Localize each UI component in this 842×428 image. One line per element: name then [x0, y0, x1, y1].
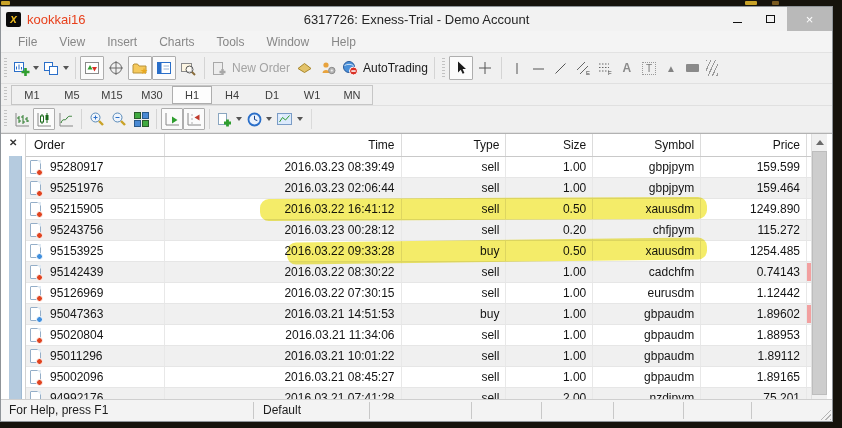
timeframe-mn[interactable]: MN: [332, 86, 372, 104]
timeframe-h4[interactable]: H4: [212, 86, 252, 104]
menu-insert[interactable]: Insert: [96, 35, 148, 49]
menu-tools[interactable]: Tools: [206, 35, 256, 49]
order-number: 95002096: [50, 367, 103, 387]
table-row[interactable]: 950112962016.03.21 10:01:22sell1.00gbpau…: [26, 346, 813, 367]
auto-scroll-button[interactable]: [161, 108, 183, 130]
zoom-out-button[interactable]: [108, 108, 130, 130]
table-row[interactable]: 952809172016.03.23 08:39:49sell1.00gbpjp…: [26, 157, 813, 178]
time-cell: 2016.03.23 00:28:12: [165, 220, 402, 240]
timeframe-m15[interactable]: M15: [92, 86, 132, 104]
order-cell: 95011296: [26, 346, 165, 366]
price-cell: 1.89165: [701, 367, 807, 387]
close-button[interactable]: ×: [787, 7, 832, 31]
autotrading-button[interactable]: AutoTrading: [340, 56, 430, 80]
toolbar-grip[interactable]: [442, 58, 445, 79]
arrows-tool-button[interactable]: ▲: [660, 57, 682, 79]
timeframe-m30[interactable]: M30: [132, 86, 172, 104]
status-profile[interactable]: Default: [263, 403, 301, 417]
resize-grip[interactable]: [818, 407, 831, 420]
table-row[interactable]: 951539252016.03.22 09:33:28buy0.50xauusd…: [26, 241, 813, 262]
status-divider: [613, 402, 614, 419]
crosshair-tool-button[interactable]: [473, 56, 497, 80]
column-header-size[interactable]: Size: [506, 134, 593, 156]
type-cell: sell: [402, 367, 507, 387]
bar-chart-button[interactable]: [11, 108, 33, 130]
price-cell: 1249.890: [701, 199, 807, 219]
market-watch-button[interactable]: [80, 56, 104, 80]
line-chart-button[interactable]: [55, 108, 77, 130]
new-chart-button[interactable]: [11, 56, 41, 80]
time-cell: 2016.03.21 07:41:28: [165, 388, 402, 399]
cursor-tool-button[interactable]: [449, 56, 473, 80]
table-row[interactable]: 950208042016.03.21 11:34:06sell1.00gbpau…: [26, 325, 813, 346]
toolbar-grip[interactable]: [4, 58, 7, 79]
column-header-time[interactable]: Time: [165, 134, 402, 156]
scrollbar-thumb[interactable]: [812, 151, 827, 395]
panel-close-icon[interactable]: ✕: [9, 138, 17, 148]
table-row[interactable]: 951269692016.03.22 07:30:15sell1.00eurus…: [26, 283, 813, 304]
toolbar-overflow-icon: [706, 60, 718, 76]
chevron-down-icon: [266, 117, 272, 121]
menu-help[interactable]: Help: [320, 35, 367, 49]
new-order-button[interactable]: New Order: [209, 56, 292, 80]
mt4-logo-icon: x: [6, 12, 21, 27]
chart-shift-button[interactable]: [183, 108, 205, 130]
periods-button[interactable]: [244, 107, 274, 131]
timeframe-m1[interactable]: M1: [12, 86, 52, 104]
vertical-scrollbar[interactable]: [811, 134, 827, 399]
horizontal-line-tool-button[interactable]: [528, 57, 550, 79]
order-cell: 95020804: [26, 325, 165, 345]
terminal-button[interactable]: [152, 56, 176, 80]
trendline-tool-button[interactable]: [550, 57, 572, 79]
column-header-type[interactable]: Type: [402, 134, 507, 156]
sell-order-icon: [30, 328, 41, 342]
table-row[interactable]: 949921762016.03.21 07:41:28sell2.00nzdjp…: [26, 388, 813, 399]
toolbar-grip[interactable]: [4, 87, 7, 102]
text-tool-button[interactable]: A: [616, 57, 638, 79]
type-cell: sell: [402, 388, 507, 399]
zoom-in-button[interactable]: [86, 108, 108, 130]
table-row[interactable]: 950473632016.03.21 14:51:53buy1.00gbpaud…: [26, 304, 813, 325]
toolbar-separator: [204, 57, 205, 80]
status-bar: For Help, press F1 Default: [1, 399, 832, 421]
column-header-order[interactable]: Order: [26, 134, 165, 156]
templates-button[interactable]: [274, 107, 305, 131]
metaeditor-button[interactable]: [292, 56, 316, 80]
indicators-button[interactable]: [214, 107, 244, 131]
toolbar-separator: [81, 109, 82, 129]
navigator-button[interactable]: ★: [128, 56, 152, 80]
vertical-line-tool-button[interactable]: [506, 57, 528, 79]
table-row[interactable]: 952159052016.03.22 16:41:12sell0.50xauus…: [26, 199, 813, 220]
table-row[interactable]: 950020962016.03.21 08:45:27sell1.00gbpau…: [26, 367, 813, 388]
menu-view[interactable]: View: [48, 35, 96, 49]
table-row[interactable]: 952519762016.03.23 02:06:44sell1.00gbpjp…: [26, 178, 813, 199]
strategy-tester-button[interactable]: [176, 56, 200, 80]
menu-charts[interactable]: Charts: [148, 35, 205, 49]
titlebar[interactable]: x kookkai16 6317726: Exness-Trial - Demo…: [1, 7, 832, 31]
expert-advisors-button[interactable]: [316, 56, 340, 80]
text-label-tool-button[interactable]: T: [638, 57, 660, 79]
minimize-button[interactable]: [721, 7, 754, 31]
toolbar-grip[interactable]: [4, 110, 7, 128]
panel-gutter[interactable]: [9, 156, 22, 399]
scroll-up-icon: [816, 140, 824, 145]
tile-windows-button[interactable]: [130, 108, 152, 130]
timeframe-h1[interactable]: H1: [172, 86, 212, 104]
scrollbar-up-button[interactable]: [812, 134, 827, 151]
equidistant-channel-tool-button[interactable]: E: [572, 57, 594, 79]
shapes-tool-button[interactable]: [682, 57, 704, 79]
timeframe-m5[interactable]: M5: [52, 86, 92, 104]
timeframe-w1[interactable]: W1: [292, 86, 332, 104]
fibonacci-tool-button[interactable]: F: [594, 57, 616, 79]
menu-file[interactable]: File: [7, 35, 48, 49]
column-header-symbol[interactable]: Symbol: [593, 134, 701, 156]
data-window-button[interactable]: [104, 56, 128, 80]
column-header-price[interactable]: Price: [701, 134, 807, 156]
candlestick-chart-button[interactable]: [33, 108, 55, 130]
maximize-button[interactable]: [754, 7, 787, 31]
menu-window[interactable]: Window: [256, 35, 321, 49]
table-row[interactable]: 951424392016.03.22 08:30:22sell1.00cadch…: [26, 262, 813, 283]
timeframe-d1[interactable]: D1: [252, 86, 292, 104]
profiles-button[interactable]: [41, 56, 71, 80]
background-fleck: [745, 1, 757, 5]
